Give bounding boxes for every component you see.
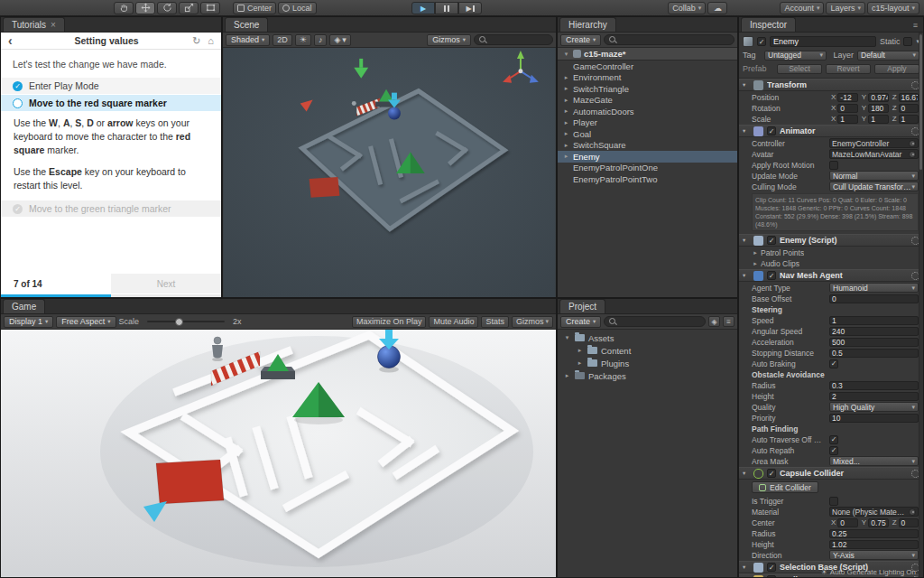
back-button[interactable]: ‹ [8, 33, 21, 48]
hierarchy-item[interactable]: GameController [558, 61, 737, 72]
foldout-icon[interactable]: ▾ [743, 564, 750, 571]
rect-tool-button[interactable] [200, 2, 220, 14]
layer-dropdown[interactable]: Default▾ [857, 51, 919, 61]
display-dropdown[interactable]: Display 1▾ [4, 316, 53, 328]
tab-tutorials[interactable]: Tutorials × [3, 17, 65, 32]
hierarchy-item[interactable]: ▸AutomaticDoors [558, 106, 737, 117]
hand-tool-button[interactable] [114, 2, 134, 14]
game-viewport[interactable] [1, 330, 556, 577]
capsule-radius-field[interactable]: 0.25 [829, 529, 919, 538]
nav-enabled-checkbox[interactable]: ✓ [767, 271, 776, 280]
tab-hierarchy[interactable]: Hierarchy [559, 17, 616, 32]
foldout-icon[interactable]: ▾ [563, 334, 571, 341]
layers-dropdown[interactable]: Layers▾ [826, 2, 865, 14]
foldout-icon[interactable]: ▸ [562, 74, 570, 81]
scene-gizmos-dropdown[interactable]: Gizmos▾ [427, 34, 471, 46]
project-row-assets[interactable]: ▾ Assets [558, 331, 737, 344]
direction-dropdown[interactable]: Y-Axis▾ [829, 550, 919, 560]
foldout-icon[interactable]: ▾ [743, 127, 750, 135]
scene-lighting-button[interactable]: ☀ [295, 34, 311, 46]
area-mask-dropdown[interactable]: Mixed...▾ [829, 456, 919, 466]
foldout-icon[interactable]: ▸ [562, 97, 570, 104]
foldout-icon[interactable]: ▸ [576, 359, 584, 367]
hierarchy-item[interactable]: ▸Player [558, 117, 737, 129]
foldout-icon[interactable]: ▸ [562, 119, 570, 126]
auto-repath-checkbox[interactable]: ✓ [829, 446, 838, 455]
agent-type-dropdown[interactable]: Humanoid▾ [829, 283, 919, 293]
enemy-script-header[interactable]: ▾ ✓ Enemy (Script) [739, 234, 923, 247]
auto-braking-checkbox[interactable]: ✓ [829, 359, 838, 368]
position-x-field[interactable]: -12 [837, 93, 857, 102]
2d-toggle-button[interactable]: 2D [273, 34, 292, 46]
center-y-field[interactable]: 0.75 [868, 518, 888, 527]
is-trigger-checkbox[interactable] [829, 497, 838, 506]
tab-scene[interactable]: Scene [225, 17, 268, 32]
foldout-icon[interactable]: ▸ [562, 153, 570, 160]
tutorial-step-pending[interactable]: ✓ Move to the green triangle marker [1, 200, 221, 217]
scene-effects-dropdown[interactable]: ◈▾ [329, 34, 350, 46]
foldout-icon[interactable]: ▸ [563, 372, 571, 379]
active-checkbox[interactable]: ✓ [757, 37, 766, 46]
scale-slider-thumb[interactable] [175, 318, 183, 326]
hierarchy-item-selected[interactable]: ▸Enemy [558, 151, 737, 163]
acceleration-field[interactable]: 500 [829, 338, 919, 347]
object-picker-icon[interactable] [909, 140, 916, 147]
project-menu-button[interactable]: ≡ [723, 316, 735, 327]
capsule-collider-header[interactable]: ▾ ✓ Capsule Collider [739, 467, 923, 480]
game-gizmos-dropdown[interactable]: Gizmos▾ [512, 316, 553, 328]
hierarchy-item[interactable]: EnemyPatrolPointTwo [558, 173, 737, 185]
foldout-icon[interactable]: ▸ [576, 347, 584, 354]
foldout-icon[interactable]: ▸ [562, 142, 570, 149]
controller-object-field[interactable]: EnemyController [829, 138, 919, 148]
foldout-icon[interactable]: ▸ [562, 85, 570, 92]
audio-clips-foldout[interactable]: ▸Audio Clips [739, 258, 923, 268]
scene-search-input[interactable] [474, 34, 553, 45]
step-button[interactable]: ▶ [458, 2, 482, 14]
hierarchy-item[interactable]: ▸Environment [558, 72, 737, 84]
foldout-icon[interactable]: ▸ [752, 260, 759, 267]
close-icon[interactable]: × [51, 20, 56, 30]
tab-inspector[interactable]: Inspector [741, 17, 796, 32]
animator-enabled-checkbox[interactable]: ✓ [767, 126, 776, 135]
mute-audio-button[interactable]: Mute Audio [429, 316, 478, 328]
foldout-icon[interactable]: ▸ [752, 249, 759, 256]
capsule-height-field[interactable]: 1.02 [829, 540, 919, 549]
move-tool-button[interactable] [135, 2, 155, 14]
project-row-packages[interactable]: ▸ Packages [558, 369, 737, 382]
angular-speed-field[interactable]: 240 [829, 327, 919, 336]
enemy-script-enabled-checkbox[interactable]: ✓ [767, 236, 776, 245]
stats-button[interactable]: Stats [481, 316, 509, 328]
hierarchy-item[interactable]: ▸SwitchSquare [558, 140, 737, 152]
scale-tool-button[interactable] [179, 2, 199, 14]
scene-viewport[interactable] [223, 48, 556, 297]
scale-x-field[interactable]: 1 [837, 115, 857, 124]
patrol-points-foldout[interactable]: ▸Patrol Points [739, 247, 923, 257]
home-icon[interactable]: ⌂ [208, 35, 214, 47]
tag-dropdown[interactable]: Untagged▾ [764, 51, 827, 61]
scene-row[interactable]: ▾c15-maze* [558, 48, 737, 61]
priority-field[interactable]: 10 [829, 414, 919, 423]
center-z-field[interactable]: 0 [899, 518, 919, 527]
cloud-button[interactable]: ☁ [707, 2, 727, 14]
quality-dropdown[interactable]: High Quality▾ [829, 402, 919, 412]
next-button[interactable]: Next [111, 274, 221, 294]
speed-field[interactable]: 1 [829, 316, 919, 325]
project-create-dropdown[interactable]: Create▾ [560, 316, 601, 328]
layout-dropdown[interactable]: c15-layout▾ [867, 2, 919, 14]
position-y-field[interactable]: 0.9747 [868, 93, 888, 102]
inspector-scrollbar[interactable] [919, 33, 923, 577]
nav-mesh-agent-header[interactable]: ▾ ✓ Nav Mesh Agent [739, 269, 923, 282]
hierarchy-item[interactable]: ▸SwitchTriangle [558, 83, 737, 95]
tab-game[interactable]: Game [3, 299, 45, 313]
refresh-icon[interactable]: ↻ [192, 35, 200, 47]
object-picker-icon[interactable] [909, 151, 916, 158]
project-row-content[interactable]: ▸ Content [558, 344, 737, 357]
tutorial-step-done[interactable]: ✓ Enter Play Mode [1, 78, 221, 94]
prefab-revert-button[interactable]: Revert [826, 64, 871, 74]
foldout-icon[interactable]: ▾ [743, 576, 750, 577]
tutorial-step-active[interactable]: Move to the red square marker [1, 95, 221, 111]
audio-enabled-checkbox[interactable]: ✓ [767, 575, 776, 577]
foldout-icon[interactable]: ▸ [562, 107, 570, 115]
aspect-dropdown[interactable]: Free Aspect▾ [56, 316, 116, 328]
foldout-icon[interactable]: ▸ [562, 130, 570, 137]
